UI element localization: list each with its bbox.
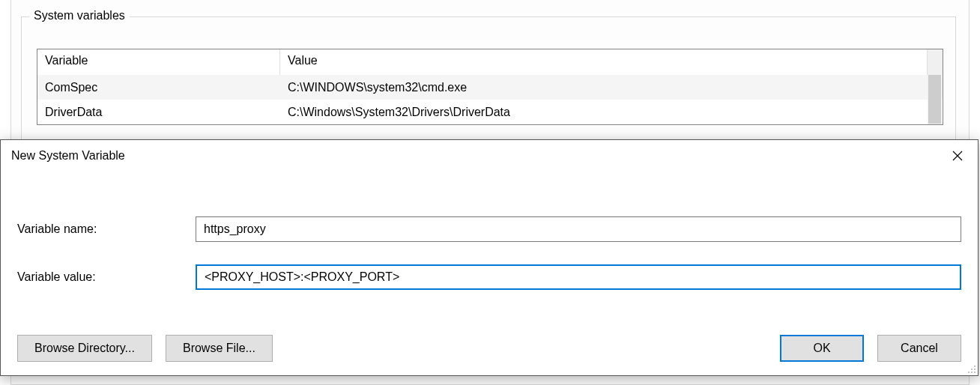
table-header: Variable Value — [37, 49, 943, 75]
cell-variable: ComSpec — [37, 78, 280, 97]
svg-point-3 — [968, 372, 970, 373]
close-button[interactable] — [937, 141, 978, 171]
svg-point-0 — [974, 366, 976, 367]
variable-name-row: Variable name: — [17, 216, 961, 242]
variable-name-input[interactable] — [196, 216, 961, 242]
cancel-button[interactable]: Cancel — [877, 335, 961, 362]
column-header-value[interactable]: Value — [280, 49, 928, 75]
cell-value: C:\Windows\System32\Drivers\DriverData — [280, 103, 943, 122]
variable-value-label: Variable value: — [17, 270, 196, 284]
scrollbar-track[interactable] — [928, 75, 942, 124]
dialog-form: Variable name: Variable value: — [1, 172, 978, 290]
table-row[interactable]: DriverData C:\Windows\System32\Drivers\D… — [37, 100, 943, 124]
system-variables-table[interactable]: Variable Value ComSpec C:\WINDOWS\system… — [37, 49, 943, 125]
group-legend: System variables — [29, 9, 130, 22]
variable-value-input[interactable] — [196, 264, 961, 290]
dialog-title: New System Variable — [11, 149, 125, 163]
browse-file-button[interactable]: Browse File... — [166, 335, 273, 362]
table-row[interactable]: ComSpec C:\WINDOWS\system32\cmd.exe — [37, 75, 943, 100]
close-icon — [952, 151, 963, 161]
browse-directory-button[interactable]: Browse Directory... — [17, 335, 152, 362]
cell-value: C:\WINDOWS\system32\cmd.exe — [280, 78, 943, 97]
resize-grip-icon[interactable] — [964, 362, 976, 374]
variable-value-row: Variable value: — [17, 264, 961, 290]
svg-point-4 — [971, 372, 973, 373]
svg-point-2 — [974, 369, 976, 370]
dialog-button-bar: Browse Directory... Browse File... OK Ca… — [17, 335, 961, 362]
svg-point-1 — [971, 369, 973, 370]
scroll-up-button[interactable] — [928, 49, 943, 75]
svg-point-5 — [974, 372, 976, 373]
column-header-variable[interactable]: Variable — [37, 49, 280, 75]
table-body: ComSpec C:\WINDOWS\system32\cmd.exe Driv… — [37, 75, 943, 124]
dialog-titlebar[interactable]: New System Variable — [1, 140, 978, 172]
new-system-variable-dialog: New System Variable Variable name: Varia… — [0, 139, 979, 376]
variable-name-label: Variable name: — [17, 222, 196, 236]
cell-variable: DriverData — [37, 103, 280, 122]
ok-button[interactable]: OK — [780, 335, 864, 362]
